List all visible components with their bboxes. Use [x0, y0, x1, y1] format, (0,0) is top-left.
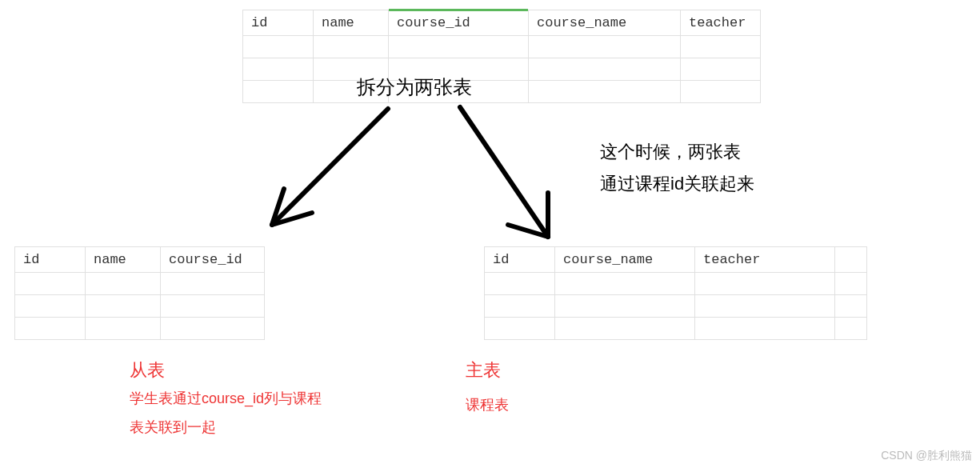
left-table: id name course_id	[14, 246, 265, 340]
col-course-name: course_name	[529, 10, 681, 36]
table-row	[485, 318, 867, 340]
table-row	[485, 273, 867, 295]
highlight-bar	[389, 9, 528, 11]
col-name: name	[314, 10, 389, 36]
right-caption-title: 主表	[466, 358, 501, 382]
col-course-id: course_id	[389, 10, 529, 36]
arrow-left-icon	[252, 101, 412, 245]
table-row	[243, 36, 761, 58]
table-row	[15, 273, 265, 295]
col-teacher: teacher	[695, 247, 835, 273]
annotation-line1: 这个时候，两张表	[600, 136, 754, 168]
left-caption-title: 从表	[130, 358, 165, 382]
table-row	[15, 318, 265, 340]
col-id: id	[243, 10, 314, 36]
col-course-name: course_name	[555, 247, 695, 273]
table-row	[15, 295, 265, 318]
col-id: id	[15, 247, 86, 273]
table-header-row: id name course_id	[15, 247, 265, 273]
top-table: id name course_id course_name teacher	[242, 10, 761, 103]
arrow-right-icon	[444, 101, 588, 253]
annotation-text: 这个时候，两张表 通过课程id关联起来	[600, 136, 754, 199]
col-extra	[835, 247, 867, 273]
col-teacher: teacher	[681, 10, 761, 36]
watermark: CSDN @胜利熊猫	[881, 449, 972, 463]
left-desc-line2: 表关联到一起	[130, 413, 322, 442]
table-row	[243, 58, 761, 81]
split-label: 拆分为两张表	[357, 74, 472, 100]
col-name: name	[86, 247, 161, 273]
table-header-row: id name course_id course_name teacher	[243, 10, 761, 36]
right-caption-desc: 课程表	[466, 390, 509, 419]
annotation-line2: 通过课程id关联起来	[600, 168, 754, 200]
table-row	[243, 81, 761, 103]
right-table: id course_name teacher	[484, 246, 867, 340]
left-desc-line1: 学生表通过course_id列与课程	[130, 384, 322, 413]
table-header-row: id course_name teacher	[485, 247, 867, 273]
col-course-id: course_id	[161, 247, 265, 273]
left-caption-desc: 学生表通过course_id列与课程 表关联到一起	[130, 384, 322, 442]
table-row	[485, 295, 867, 318]
col-id: id	[485, 247, 555, 273]
